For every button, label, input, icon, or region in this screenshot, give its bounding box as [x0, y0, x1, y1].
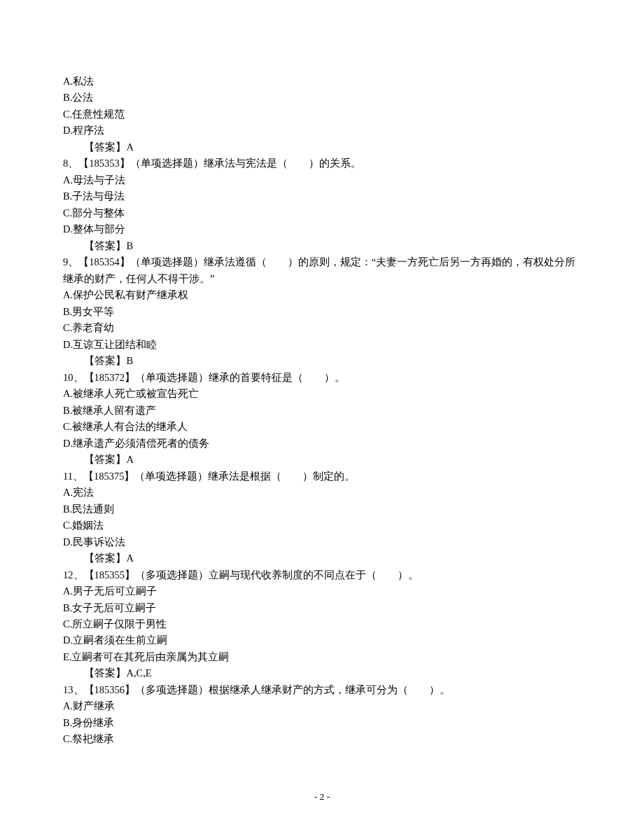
q10-option-a: A.被继承人死亡或被宣告死亡 — [63, 386, 581, 402]
q9-option-c: C.养老育幼 — [63, 320, 581, 336]
q8-option-b: B.子法与母法 — [63, 188, 581, 204]
q8-option-c: C.部分与整体 — [63, 205, 581, 221]
q8-option-a: A.母法与子法 — [63, 172, 581, 188]
q11-option-a: A.宪法 — [63, 485, 581, 501]
q12-option-d: D.立嗣者须在生前立嗣 — [63, 632, 581, 648]
q11-option-c: C.婚姻法 — [63, 517, 581, 534]
q8-stem: 8、【185353】（单项选择题）继承法与宪法是（ ）的关系。 — [63, 155, 581, 172]
q9-option-b: B.男女平等 — [63, 304, 581, 320]
q12-option-e: E.立嗣者可在其死后由亲属为其立嗣 — [63, 649, 581, 665]
q7-answer: 【答案】A — [63, 139, 581, 155]
q9-stem: 9、【185354】（单项选择题）继承法遵循（ ）的原则，规定：“夫妻一方死亡后… — [63, 254, 581, 287]
q11-answer: 【答案】A — [63, 550, 581, 567]
q8-option-d: D.整体与部分 — [63, 221, 581, 237]
q7-option-c: C.任意性规范 — [63, 106, 581, 123]
q10-option-b: B.被继承人留有遗产 — [63, 403, 581, 419]
q10-stem: 10、【185372】（单项选择题）继承的首要特征是（ ）。 — [63, 370, 581, 386]
document-page: A.私法 B.公法 C.任意性规范 D.程序法 【答案】A 8、【185353】… — [0, 0, 644, 834]
page-number: - 2 - — [0, 789, 644, 805]
q12-answer: 【答案】A,C,E — [63, 665, 581, 681]
q11-option-d: D.民事诉讼法 — [63, 534, 581, 550]
q12-option-a: A.男子无后可立嗣子 — [63, 583, 581, 599]
q13-option-a: A.财产继承 — [63, 698, 581, 714]
q9-answer: 【答案】B — [63, 353, 581, 369]
q12-option-b: B.女子无后可立嗣子 — [63, 600, 581, 616]
q13-option-c: C.祭祀继承 — [63, 731, 581, 747]
q7-option-b: B.公法 — [63, 90, 581, 106]
q12-stem: 12、【185355】（多项选择题）立嗣与现代收养制度的不同点在于（ ）。 — [63, 567, 581, 583]
q13-option-b: B.身份继承 — [63, 715, 581, 731]
q10-answer: 【答案】A — [63, 452, 581, 468]
q7-option-a: A.私法 — [63, 74, 581, 90]
q9-option-a: A.保护公民私有财产继承权 — [63, 287, 581, 303]
q7-option-d: D.程序法 — [63, 123, 581, 139]
q10-option-c: C.被继承人有合法的继承人 — [63, 419, 581, 435]
q8-answer: 【答案】B — [63, 238, 581, 254]
q13-stem: 13、【185356】（多项选择题）根据继承人继承财产的方式，继承可分为（ ）。 — [63, 682, 581, 698]
q11-stem: 11、【185375】（单项选择题）继承法是根据（ ）制定的。 — [63, 468, 581, 485]
q11-option-b: B.民法通则 — [63, 501, 581, 517]
q12-option-c: C.所立嗣子仅限于男性 — [63, 616, 581, 632]
q9-option-d: D.互谅互让团结和睦 — [63, 337, 581, 353]
q10-option-d: D.继承遗产必须清偿死者的债务 — [63, 436, 581, 452]
